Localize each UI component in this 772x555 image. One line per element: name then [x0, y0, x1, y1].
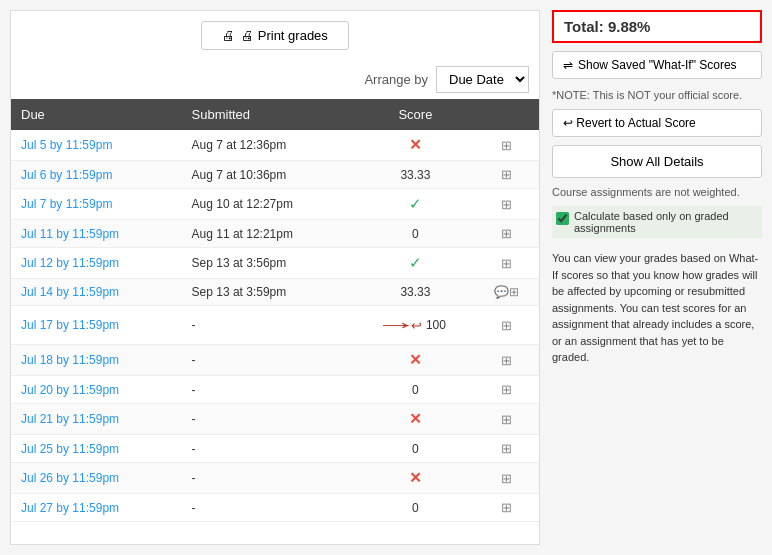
score-cell: → ↩ 100	[357, 306, 474, 345]
total-box: Total: 9.88%	[552, 10, 762, 43]
due-cell: Jul 26 by 11:59pm	[11, 463, 182, 494]
edit-score-icon[interactable]: ⊞	[501, 318, 512, 333]
printer-icon: 🖨	[222, 28, 235, 43]
graded-checkbox-row: Calculate based only on graded assignmen…	[552, 206, 762, 238]
edit-score-icon[interactable]: ⊞	[501, 226, 512, 241]
note-text: *NOTE: This is NOT your official score.	[552, 89, 762, 101]
what-if-label: Show Saved "What-If" Scores	[578, 58, 737, 72]
due-cell: Jul 6 by 11:59pm	[11, 161, 182, 189]
edit-score-icon[interactable]: ⊞	[501, 256, 512, 271]
table-row: Jul 17 by 11:59pm- → ↩ 100 ⊞	[11, 306, 539, 345]
action-cell[interactable]: ⊞	[474, 130, 539, 161]
submitted-cell: -	[182, 404, 357, 435]
due-cell: Jul 5 by 11:59pm	[11, 130, 182, 161]
action-cell[interactable]: ⊞	[474, 435, 539, 463]
submitted-cell: Aug 7 at 12:36pm	[182, 130, 357, 161]
submitted-cell: Aug 11 at 12:21pm	[182, 220, 357, 248]
score-cell: ✕	[357, 345, 474, 376]
check-mark-icon: ✓	[409, 195, 422, 212]
due-cell: Jul 7 by 11:59pm	[11, 189, 182, 220]
edit-score-icon[interactable]: ⊞	[501, 412, 512, 427]
action-cell[interactable]: ⊞	[474, 189, 539, 220]
score-cell: ✓	[357, 248, 474, 279]
table-row: Jul 20 by 11:59pm-0⊞	[11, 376, 539, 404]
submitted-cell: -	[182, 494, 357, 522]
due-cell: Jul 25 by 11:59pm	[11, 435, 182, 463]
table-row: Jul 27 by 11:59pm-0⊞	[11, 494, 539, 522]
action-cell[interactable]: ⊞	[474, 220, 539, 248]
graded-checkbox[interactable]	[556, 212, 569, 225]
score-value: 100	[426, 318, 446, 332]
table-row: Jul 12 by 11:59pmSep 13 at 3:56pm✓⊞	[11, 248, 539, 279]
what-if-icon: ⇌	[563, 58, 573, 72]
submitted-cell: -	[182, 463, 357, 494]
table-row: Jul 5 by 11:59pmAug 7 at 12:36pm✕⊞	[11, 130, 539, 161]
action-cell[interactable]: ⊞	[474, 463, 539, 494]
submitted-cell: -	[182, 345, 357, 376]
due-cell: Jul 11 by 11:59pm	[11, 220, 182, 248]
edit-score-icon[interactable]: ⊞	[501, 500, 512, 515]
x-mark-icon: ✕	[409, 351, 422, 368]
show-all-details-button[interactable]: Show All Details	[552, 145, 762, 178]
due-cell: Jul 18 by 11:59pm	[11, 345, 182, 376]
table-row: Jul 25 by 11:59pm-0⊞	[11, 435, 539, 463]
action-cell[interactable]: 💬⊞	[474, 279, 539, 306]
due-cell: Jul 27 by 11:59pm	[11, 494, 182, 522]
revert-button[interactable]: ↩ Revert to Actual Score	[552, 109, 762, 137]
arrange-select[interactable]: Due Date Title Score	[436, 66, 529, 93]
not-weighted-text: Course assignments are not weighted.	[552, 186, 762, 198]
arrow-right-icon: →	[374, 312, 418, 338]
score-cell: ✓	[357, 189, 474, 220]
score-cell: 0	[357, 220, 474, 248]
action-cell[interactable]: ⊞	[474, 248, 539, 279]
edit-score-icon[interactable]: ⊞	[501, 441, 512, 456]
col-due: Due	[11, 99, 182, 130]
action-cell[interactable]: ⊞	[474, 404, 539, 435]
score-cell: ✕	[357, 404, 474, 435]
due-cell: Jul 14 by 11:59pm	[11, 279, 182, 306]
due-cell: Jul 21 by 11:59pm	[11, 404, 182, 435]
table-row: Jul 26 by 11:59pm-✕⊞	[11, 463, 539, 494]
col-submitted: Submitted	[182, 99, 357, 130]
check-mark-icon: ✓	[409, 254, 422, 271]
grades-table: Due Submitted Score Jul 5 by 11:59pmAug …	[11, 99, 539, 522]
arrange-label: Arrange by	[364, 72, 428, 87]
edit-score-icon[interactable]: ⊞	[501, 382, 512, 397]
x-mark-icon: ✕	[409, 410, 422, 427]
action-cell[interactable]: ⊞	[474, 494, 539, 522]
action-cell[interactable]: ⊞	[474, 376, 539, 404]
action-cell[interactable]: ⊞	[474, 161, 539, 189]
col-actions	[474, 99, 539, 130]
score-cell: 33.33	[357, 161, 474, 189]
score-cell: ✕	[357, 463, 474, 494]
edit-score-icon[interactable]: ⊞	[501, 167, 512, 182]
print-grades-label: 🖨 Print grades	[241, 28, 328, 43]
submitted-cell: -	[182, 435, 357, 463]
col-score: Score	[357, 99, 474, 130]
submitted-cell: Sep 13 at 3:56pm	[182, 248, 357, 279]
total-label: Total: 9.88%	[564, 18, 650, 35]
score-cell: 0	[357, 494, 474, 522]
action-cell[interactable]: ⊞	[474, 306, 539, 345]
submitted-cell: -	[182, 376, 357, 404]
action-cell[interactable]: ⊞	[474, 345, 539, 376]
score-cell: 33.33	[357, 279, 474, 306]
due-cell: Jul 20 by 11:59pm	[11, 376, 182, 404]
edit-score-icon[interactable]: ⊞	[501, 197, 512, 212]
print-grades-button[interactable]: 🖨 🖨 Print grades	[201, 21, 349, 50]
score-cell: ✕	[357, 130, 474, 161]
score-cell: 0	[357, 376, 474, 404]
what-if-button[interactable]: ⇌ Show Saved "What-If" Scores	[552, 51, 762, 79]
submitted-cell: Sep 13 at 3:59pm	[182, 279, 357, 306]
score-cell: 0	[357, 435, 474, 463]
show-details-label: Show All Details	[610, 154, 703, 169]
x-mark-icon: ✕	[409, 469, 422, 486]
edit-score-icon[interactable]: ⊞	[501, 138, 512, 153]
table-row: Jul 11 by 11:59pmAug 11 at 12:21pm0⊞	[11, 220, 539, 248]
edit-score-icon[interactable]: ⊞	[501, 471, 512, 486]
due-cell: Jul 17 by 11:59pm	[11, 306, 182, 345]
x-mark-icon: ✕	[409, 136, 422, 153]
table-row: Jul 14 by 11:59pmSep 13 at 3:59pm33.33💬⊞	[11, 279, 539, 306]
comment-edit-icon[interactable]: 💬⊞	[494, 285, 519, 299]
edit-score-icon[interactable]: ⊞	[501, 353, 512, 368]
